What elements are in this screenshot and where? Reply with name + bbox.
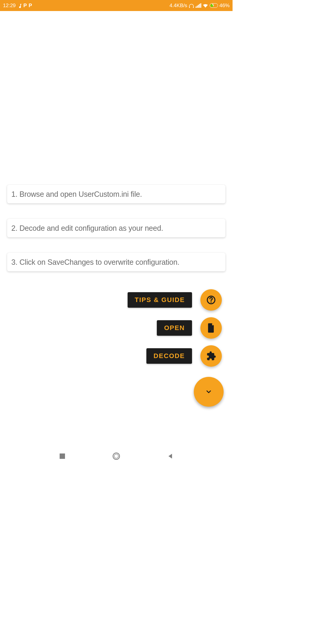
p-icon: P: [24, 3, 27, 9]
svg-rect-0: [189, 7, 190, 8]
net-speed: 4.4KB/s: [169, 3, 187, 9]
battery-icon: ϟ: [210, 3, 218, 8]
instruction-text: 1. Browse and open UserCustom.ini file.: [11, 190, 142, 199]
instruction-item: 3. Click on SaveChanges to overwrite con…: [7, 253, 225, 271]
decode-fab[interactable]: [200, 345, 222, 367]
open-fab[interactable]: [200, 317, 222, 339]
chevron-down-icon: [205, 388, 212, 395]
headphones-icon: [189, 3, 194, 8]
fab-main-toggle[interactable]: [194, 377, 224, 407]
svg-rect-1: [193, 7, 193, 8]
android-nav-bar: [0, 447, 233, 465]
status-right: 4.4KB/s ϟ 46%: [169, 3, 230, 9]
fab-menu: TIPS & GUIDE OPEN DECODE: [128, 289, 222, 407]
instruction-list: 1. Browse and open UserCustom.ini file. …: [7, 185, 225, 287]
svg-point-6: [114, 454, 118, 458]
file-icon: [207, 323, 215, 333]
fab-row-tips: TIPS & GUIDE: [128, 289, 222, 311]
status-bar: 12:29 P P 4.4KB/s ϟ 46%: [0, 0, 233, 11]
instruction-text: 2. Decode and edit configuration as your…: [11, 224, 163, 233]
open-button[interactable]: OPEN: [157, 320, 192, 336]
p-icon: P: [29, 3, 32, 9]
instruction-item: 1. Browse and open UserCustom.ini file.: [7, 185, 225, 203]
svg-rect-4: [60, 453, 65, 459]
music-icon: [18, 3, 22, 8]
status-time: 12:29: [3, 3, 16, 9]
svg-point-3: [210, 301, 212, 303]
decode-button[interactable]: DECODE: [146, 348, 192, 364]
fab-row-decode: DECODE: [146, 345, 222, 367]
nav-back[interactable]: [167, 453, 174, 459]
extension-icon: [206, 351, 216, 361]
wifi-icon: [203, 4, 208, 8]
tips-fab[interactable]: [200, 289, 222, 311]
tips-button[interactable]: TIPS & GUIDE: [128, 292, 192, 308]
status-left: 12:29 P P: [3, 3, 32, 9]
nav-home[interactable]: [112, 452, 120, 460]
instruction-text: 3. Click on SaveChanges to overwrite con…: [11, 258, 179, 267]
fab-row-open: OPEN: [157, 317, 222, 339]
battery-text: 46%: [219, 3, 230, 9]
signal-icon: [196, 4, 201, 8]
nav-recents[interactable]: [59, 453, 66, 459]
help-icon: [206, 295, 216, 305]
instruction-item: 2. Decode and edit configuration as your…: [7, 219, 225, 237]
